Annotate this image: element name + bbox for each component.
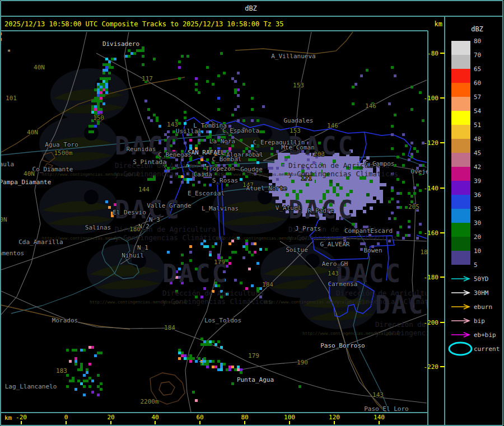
x-tick-label: 40 <box>151 414 158 421</box>
radar-pixel <box>209 184 212 186</box>
map-label: 101 <box>6 95 17 102</box>
radar-pixel <box>278 163 281 166</box>
radar-pixel <box>356 186 360 190</box>
radar-pixel <box>416 184 419 186</box>
radar-pixel <box>186 178 189 181</box>
radar-pixel <box>356 196 360 200</box>
scale-value-label: 45 <box>474 149 481 157</box>
y-tick-label: -180 <box>424 274 439 281</box>
radar-pixel <box>200 139 203 142</box>
radar-pixel <box>366 183 370 186</box>
radar-pixel <box>200 343 203 346</box>
radar-pixel <box>181 254 184 256</box>
map-label: Valle_Grande <box>147 202 191 209</box>
radar-pixel <box>217 74 220 77</box>
radar-pixel <box>276 193 279 196</box>
scale-color-block <box>451 209 470 223</box>
radar-pixel <box>97 108 100 111</box>
radar-pixel <box>212 83 214 86</box>
scale-color-block <box>451 251 470 265</box>
map-label: 40N <box>24 170 35 177</box>
scale-color-block <box>451 223 470 237</box>
radar-pixel <box>276 150 279 153</box>
radar-pixel <box>206 363 209 366</box>
radar-pixel <box>100 388 102 391</box>
radar-pixel <box>391 147 394 150</box>
map-label: 184 <box>262 281 273 288</box>
map-label: 18 <box>420 249 427 256</box>
radar-pixel <box>217 340 220 343</box>
radar-pixel <box>66 385 69 388</box>
radar-pixel <box>212 245 214 248</box>
radar-pixel <box>356 200 360 203</box>
radar-pixel <box>240 178 242 181</box>
radar-pixel <box>410 86 413 88</box>
radar-pixel <box>88 377 91 380</box>
radar-pixel <box>316 183 319 186</box>
radar-pixel <box>370 180 373 183</box>
radar-pixel <box>281 153 284 156</box>
radar-pixel <box>416 237 419 240</box>
radar-pixel <box>74 363 77 366</box>
radar-pixel <box>114 58 116 60</box>
radar-pixel <box>376 186 380 190</box>
map-label: C_Benegas <box>158 151 192 158</box>
radar-pixel <box>422 164 424 167</box>
map-label: 183 <box>56 367 67 374</box>
radar-pixel <box>130 52 133 55</box>
scale-color-block <box>451 41 470 55</box>
radar-pixel <box>209 130 212 133</box>
radar-pixel <box>77 380 80 382</box>
radar-pixel <box>186 55 189 58</box>
radar-pixel <box>248 251 251 254</box>
radar-pixel <box>142 46 144 49</box>
scale-value-label: 5 <box>474 261 478 269</box>
radar-pixel <box>234 368 237 371</box>
radar-pixel <box>309 190 312 193</box>
radar-pixel <box>192 184 195 186</box>
scale-color-block <box>451 181 470 195</box>
radar-pixel <box>376 190 380 193</box>
radar-pixel <box>326 183 329 186</box>
radar-pixel <box>88 130 91 133</box>
legend-label: 50YD <box>474 275 489 283</box>
radar-pixel <box>217 360 220 363</box>
radar-pixel <box>391 189 394 192</box>
radar-pixel <box>396 200 399 203</box>
radar-pixel <box>203 363 206 366</box>
map-label: 143 <box>372 391 384 399</box>
radar-pixel <box>195 88 198 91</box>
radar-pixel <box>105 83 108 86</box>
radar-pixel <box>150 178 153 181</box>
radar-pixel <box>217 254 220 256</box>
radar-pixel <box>360 242 363 245</box>
radar-pixel <box>156 119 158 122</box>
map-label: 150 <box>93 114 104 121</box>
radar-pixel <box>336 180 339 183</box>
radar-pixel <box>231 114 234 116</box>
radar-pixel <box>80 363 83 366</box>
radar-pixel <box>102 80 105 83</box>
radar-pixel <box>373 190 376 193</box>
radar-pixel <box>240 282 242 284</box>
radar-pixel <box>391 133 394 136</box>
radar-pixel <box>306 190 309 193</box>
radar-pixel <box>323 186 326 190</box>
radar-pixel <box>105 88 108 91</box>
radar-pixel <box>245 147 248 150</box>
radar-pixel <box>80 382 83 385</box>
radar-pixel <box>88 125 91 128</box>
radar-pixel <box>91 105 94 108</box>
radar-pixel <box>256 161 259 164</box>
radar-pixel <box>360 193 363 196</box>
radar-pixel <box>72 380 74 382</box>
radar-pixel <box>339 183 343 186</box>
radar-pixel <box>105 58 108 60</box>
map-label: S_Rosas <box>212 177 238 184</box>
radar-pixel <box>209 340 212 343</box>
radar-pixel <box>284 166 288 170</box>
radar-pixel <box>360 200 363 203</box>
radar-pixel <box>360 203 363 207</box>
radar-pixel <box>326 186 329 190</box>
radar-pixel <box>186 357 189 360</box>
